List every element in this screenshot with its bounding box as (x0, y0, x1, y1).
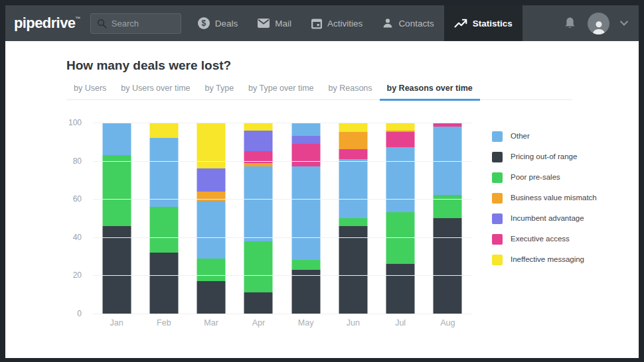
search-icon (97, 19, 107, 29)
nav-item-deals[interactable]: $Deals (188, 5, 248, 41)
stacked-bar-apr (244, 123, 273, 314)
legend-swatch-business (492, 193, 503, 204)
stacked-bar-aug (434, 123, 462, 314)
tab-by-type-over-time[interactable]: by Type over time (241, 79, 321, 101)
legend-item-executive[interactable]: Executive access (492, 234, 610, 244)
bar-segment-other[interactable] (197, 201, 226, 258)
gridline (93, 275, 471, 276)
bar-slot-jan (93, 123, 140, 314)
bar-segment-other[interactable] (244, 166, 273, 241)
bar-segment-ineffective[interactable] (386, 123, 415, 131)
legend-label: Executive access (511, 234, 610, 243)
search-input[interactable] (112, 19, 171, 29)
bar-segment-incumbent[interactable] (291, 136, 320, 144)
bar-segment-pricing[interactable] (149, 253, 178, 314)
bar-segment-pricing[interactable] (339, 226, 367, 314)
gridline (93, 161, 471, 162)
bar-segment-pricing[interactable] (102, 226, 131, 314)
legend-item-ineffective[interactable]: Ineffective messaging (492, 255, 610, 265)
bar-segment-pricing[interactable] (197, 281, 226, 314)
bar-segment-other[interactable] (291, 123, 320, 136)
legend-label: Poor pre-sales (511, 172, 610, 182)
nav-item-contacts[interactable]: Contacts (372, 5, 443, 41)
avatar[interactable] (588, 13, 609, 34)
gridline (93, 199, 471, 200)
bar-segment-ineffective[interactable] (339, 123, 367, 132)
bar-segment-poor[interactable] (149, 207, 178, 253)
legend-swatch-ineffective (492, 255, 503, 265)
nav-item-label: Mail (275, 19, 291, 29)
pipedrive-logo[interactable]: pipedrive™ (14, 15, 80, 32)
x-tick-label: Jul (377, 318, 424, 328)
bar-segment-ineffective[interactable] (244, 123, 273, 131)
navbar-right-group (563, 13, 628, 34)
bar-segment-poor[interactable] (339, 218, 367, 226)
bell-icon[interactable] (563, 16, 577, 30)
legend-label: Pricing out-of range (511, 152, 610, 161)
stacked-bar-mar (197, 123, 226, 314)
legend-swatch-pricing (492, 152, 503, 162)
contact-icon (382, 18, 393, 29)
bar-segment-executive[interactable] (386, 132, 415, 147)
bar-segment-poor[interactable] (102, 155, 131, 226)
legend-swatch-executive (492, 234, 503, 245)
bar-segment-executive[interactable] (291, 144, 320, 167)
bar-slot-mar (188, 123, 235, 314)
bar-segment-other[interactable] (291, 166, 320, 260)
tab-by-users-over-time[interactable]: by Users over time (114, 79, 197, 101)
bar-segment-incumbent[interactable] (197, 168, 226, 192)
bar-segment-pricing[interactable] (386, 264, 415, 314)
x-axis: JanFebMarAprMayJunJulAug (93, 318, 471, 328)
tab-by-reasons-over-time[interactable]: by Reasons over time (380, 79, 480, 101)
bar-segment-poor[interactable] (386, 212, 415, 264)
legend-item-incumbent[interactable]: Incumbent advantage (492, 213, 610, 223)
x-tick-label: Feb (140, 318, 187, 328)
y-tick-label: 60 (73, 194, 82, 204)
nav-item-label: Deals (215, 19, 238, 29)
bar-segment-pricing[interactable] (291, 270, 320, 314)
nav-item-statistics[interactable]: Statistics (444, 5, 523, 41)
chevron-down-icon[interactable] (620, 21, 628, 26)
legend-swatch-incumbent (492, 213, 503, 224)
gridline (93, 123, 471, 123)
x-tick-label: Apr (235, 318, 282, 328)
legend-item-poor[interactable]: Poor pre-sales (492, 172, 610, 182)
view-tabs: by Usersby Users over timeby Typeby Type… (66, 79, 572, 100)
bar-segment-executive[interactable] (339, 149, 367, 158)
tab-by-type[interactable]: by Type (198, 79, 242, 101)
legend-item-pricing[interactable]: Pricing out-of range (492, 152, 610, 162)
tab-by-reasons[interactable]: by Reasons (321, 79, 380, 101)
legend-label: Business value mismatch (511, 193, 610, 202)
bar-segment-incumbent[interactable] (244, 131, 273, 152)
bar-segment-business[interactable] (339, 132, 367, 149)
bar-segment-other[interactable] (339, 159, 367, 218)
bar-segment-ineffective[interactable] (149, 123, 178, 138)
gridline (93, 314, 471, 314)
bar-segment-pricing[interactable] (244, 292, 273, 314)
bar-segment-other[interactable] (102, 123, 131, 155)
nav-item-mail[interactable]: Mail (248, 5, 301, 41)
y-tick-label: 20 (73, 271, 82, 280)
legend-label: Ineffective messaging (511, 255, 610, 264)
dollar-circle-icon: $ (198, 17, 210, 29)
nav-item-label: Activities (327, 19, 362, 29)
nav-item-activities[interactable]: Activities (301, 5, 372, 41)
bar-segment-other[interactable] (149, 138, 178, 207)
plot-area (93, 123, 471, 314)
y-tick-label: 40 (73, 233, 82, 242)
bar-segment-poor[interactable] (291, 260, 320, 269)
bar-segment-poor[interactable] (244, 241, 273, 293)
trademark-mark: ™ (75, 16, 80, 22)
search-box[interactable] (90, 13, 181, 34)
stacked-bar-jul (386, 123, 415, 314)
bar-segment-poor[interactable] (197, 259, 226, 282)
tab-by-users[interactable]: by Users (66, 79, 114, 101)
bar-segment-other[interactable] (386, 147, 415, 212)
legend-item-business[interactable]: Business value mismatch (492, 193, 610, 203)
page-title: How many deals were lost? (66, 58, 231, 73)
bar-segment-pricing[interactable] (434, 218, 462, 314)
bar-segment-ineffective[interactable] (197, 123, 226, 168)
bar-slot-aug (424, 123, 471, 314)
y-tick-label: 0 (77, 309, 82, 318)
legend-item-other[interactable]: Other (492, 131, 610, 141)
